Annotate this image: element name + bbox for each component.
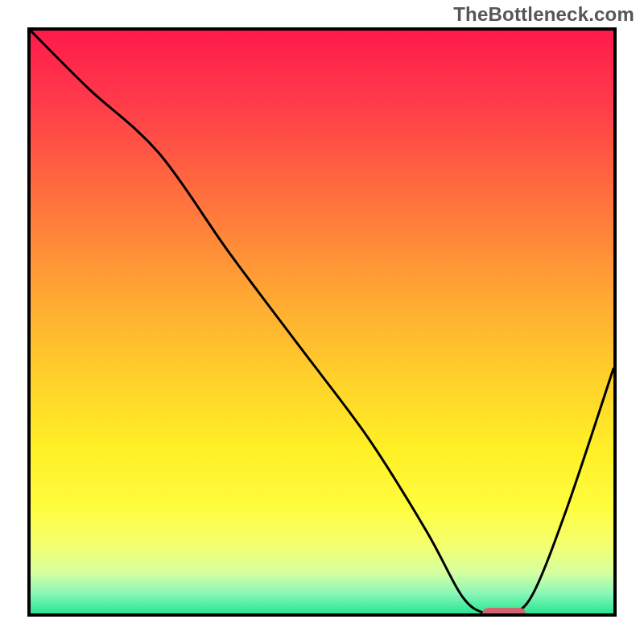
plot-area — [27, 27, 617, 617]
plot-svg — [31, 31, 613, 613]
watermark-text: TheBottleneck.com — [453, 3, 634, 26]
gradient-background — [31, 31, 613, 613]
chart-frame: TheBottleneck.com — [0, 0, 644, 644]
